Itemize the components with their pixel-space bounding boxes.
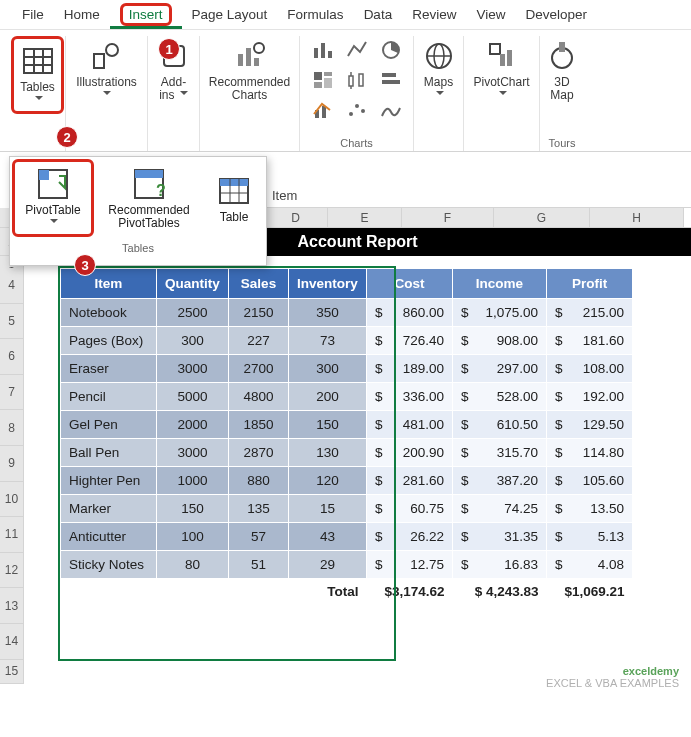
cell-sales[interactable]: 1850 [229,411,289,439]
cell-inv[interactable]: 350 [289,299,367,327]
cell-inv[interactable]: 120 [289,467,367,495]
cell-inv[interactable]: 73 [289,327,367,355]
ribbon-tab-formulas[interactable]: Formulas [277,2,353,29]
col-header[interactable]: D [264,208,328,227]
cell-sales[interactable]: 51 [229,551,289,579]
cell-income[interactable]: $1,075.00 [453,299,547,327]
cell-sales[interactable]: 227 [229,327,289,355]
col-cost[interactable]: Cost [367,269,453,299]
cell-inv[interactable]: 43 [289,523,367,551]
ribbon-tab-data[interactable]: Data [354,2,403,29]
ribbon-tab-review[interactable]: Review [402,2,466,29]
cell-cost[interactable]: $336.00 [367,383,453,411]
chart-line-icon[interactable] [343,38,371,62]
cell-cost[interactable]: $26.22 [367,523,453,551]
cell-income[interactable]: $16.83 [453,551,547,579]
row-header[interactable]: 15 [0,660,24,684]
cell-item[interactable]: Gel Pen [61,411,157,439]
table-row[interactable]: Sticky Notes805129$12.75$16.83$4.08 [61,551,633,579]
chart-surface-icon[interactable] [377,98,405,122]
cell-qty[interactable]: 3000 [157,355,229,383]
col-item[interactable]: Item [61,269,157,299]
tables-button[interactable]: Tables [16,41,59,109]
row-header[interactable]: 4 [0,268,24,304]
cell-sales[interactable]: 2150 [229,299,289,327]
cell-profit[interactable]: $105.60 [547,467,633,495]
cell-inv[interactable]: 150 [289,411,367,439]
chart-column-icon[interactable] [309,38,337,62]
table-row[interactable]: Marker15013515$60.75$74.25$13.50 [61,495,633,523]
col-quantity[interactable]: Quantity [157,269,229,299]
row-header[interactable]: 9 [0,446,24,482]
cell-cost[interactable]: $60.75 [367,495,453,523]
cell-qty[interactable]: 80 [157,551,229,579]
table-row[interactable]: Gel Pen20001850150$481.00$610.50$129.50 [61,411,633,439]
cell-item[interactable]: Pencil [61,383,157,411]
cell-income[interactable]: $610.50 [453,411,547,439]
cell-profit[interactable]: $192.00 [547,383,633,411]
cell-inv[interactable]: 300 [289,355,367,383]
cell-qty[interactable]: 100 [157,523,229,551]
cell-sales[interactable]: 2700 [229,355,289,383]
cell-item[interactable]: Pages (Box) [61,327,157,355]
maps-button[interactable]: Maps [419,36,459,104]
recommended-charts-button[interactable]: Recommended Charts [205,36,294,104]
cell-income[interactable]: $74.25 [453,495,547,523]
cell-qty[interactable]: 3000 [157,439,229,467]
cell-sales[interactable]: 2870 [229,439,289,467]
cell-item[interactable]: Ball Pen [61,439,157,467]
cell-profit[interactable]: $215.00 [547,299,633,327]
row-header[interactable]: 10 [0,482,24,518]
ribbon-tab-home[interactable]: Home [54,2,110,29]
chart-combo-icon[interactable] [309,98,337,122]
illustrations-button[interactable]: Illustrations [72,36,141,104]
ribbon-tab-developer[interactable]: Developer [515,2,597,29]
cell-qty[interactable]: 2000 [157,411,229,439]
cell-sales[interactable]: 880 [229,467,289,495]
cell-cost[interactable]: $189.00 [367,355,453,383]
chart-pie-icon[interactable] [377,38,405,62]
cell-profit[interactable]: $181.60 [547,327,633,355]
cell-qty[interactable]: 300 [157,327,229,355]
cell-income[interactable]: $31.35 [453,523,547,551]
chart-scatter-icon[interactable] [343,98,371,122]
cell-item[interactable]: Sticky Notes [61,551,157,579]
3dmap-button[interactable]: 3D Map [542,36,582,104]
formula-bar[interactable]: Item [262,184,691,208]
worksheet[interactable]: D E F G H 2 Account Report 3 45678910111… [0,208,691,737]
cell-inv[interactable]: 15 [289,495,367,523]
cell-inv[interactable]: 29 [289,551,367,579]
col-header[interactable]: F [402,208,494,227]
col-inventory[interactable]: Inventory [289,269,367,299]
pivotchart-button[interactable]: PivotChart [469,36,533,104]
cell-profit[interactable]: $4.08 [547,551,633,579]
row-header[interactable]: 6 [0,339,24,375]
col-income[interactable]: Income [453,269,547,299]
cell-cost[interactable]: $12.75 [367,551,453,579]
cell-inv[interactable]: 130 [289,439,367,467]
chart-statistic-icon[interactable] [343,68,371,92]
cell-profit[interactable]: $129.50 [547,411,633,439]
cell-profit[interactable]: $5.13 [547,523,633,551]
cell-sales[interactable]: 135 [229,495,289,523]
row-header[interactable]: 8 [0,410,24,446]
cell-cost[interactable]: $200.90 [367,439,453,467]
table-row[interactable]: Ball Pen30002870130$200.90$315.70$114.80 [61,439,633,467]
row-header[interactable]: 14 [0,624,24,660]
cell-qty[interactable]: 2500 [157,299,229,327]
cell-income[interactable]: $528.00 [453,383,547,411]
row-header[interactable]: 7 [0,375,24,411]
ribbon-tab-insert[interactable]: Insert [110,2,182,29]
cell-sales[interactable]: 57 [229,523,289,551]
cell-item[interactable]: Highter Pen [61,467,157,495]
cell-item[interactable]: Eraser [61,355,157,383]
chart-bar-icon[interactable] [377,68,405,92]
cell-item[interactable]: Notebook [61,299,157,327]
cell-sales[interactable]: 4800 [229,383,289,411]
cell-cost[interactable]: $481.00 [367,411,453,439]
table-button[interactable]: Table [202,157,266,239]
ribbon-tab-file[interactable]: File [12,2,54,29]
cell-income[interactable]: $315.70 [453,439,547,467]
recommended-pivottables-button[interactable]: ? Recommended PivotTables [96,157,202,239]
row-header[interactable]: 13 [0,588,24,624]
